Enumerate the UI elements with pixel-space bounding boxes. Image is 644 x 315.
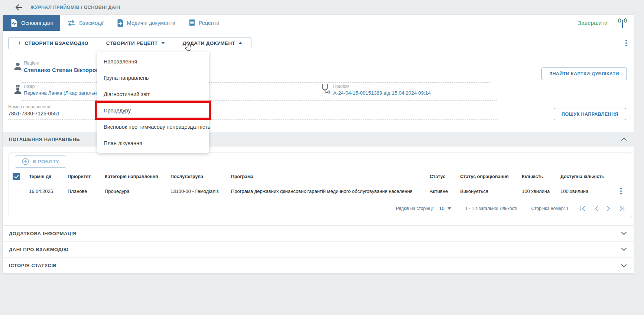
toolbar-row: + СТВОРИТИ ВЗАЄМОДІЮ СТВОРИТИ РЕЦЕПТ ДОД… — [3, 31, 634, 55]
section-title: ІСТОРІЯ СТАТУСІВ — [9, 263, 57, 268]
cell-service: 13100-00 - Гемодіаліз — [170, 188, 231, 194]
app-root: ЖУРНАЛ ПРИЙОМІВ / ОСНОВНІ ДАНІ Основні д… — [0, 0, 644, 315]
chevron-up-icon[interactable] — [621, 137, 627, 141]
cell-term: 16.04.2025 — [29, 188, 68, 194]
breadcrumb-current: ОСНОВНІ ДАНІ — [84, 5, 120, 10]
col-header-priority: Пріоритет — [68, 174, 105, 179]
next-page-icon[interactable] — [606, 206, 611, 211]
referral-number-label: Номер направлення — [8, 104, 60, 109]
breadcrumb-link-journal[interactable]: ЖУРНАЛ ПРИЙОМІВ — [30, 5, 79, 10]
patient-field: Пацієнт Степанко Степан Вікторович — [24, 60, 106, 73]
previous-page-icon[interactable] — [594, 206, 598, 211]
swap-arrows-icon — [67, 20, 76, 26]
dropdown-item-treatment-plan[interactable]: План лікування — [97, 135, 209, 151]
tab-interactions[interactable]: Взаємодії — [60, 15, 110, 31]
create-interaction-label: СТВОРИТИ ВЗАЄМОДІЮ — [25, 40, 88, 46]
arrow-left-icon — [14, 3, 23, 12]
divider — [22, 100, 497, 101]
referral-number-field: Номер направлення 7851-7330-7126-0551 — [8, 104, 60, 117]
chevron-down-icon[interactable] — [621, 264, 627, 268]
pagination-bar: Рядків на сторінці: 10 1 - 1 з загальної… — [9, 199, 632, 217]
page-gutter — [634, 0, 644, 315]
cell-category: Процедура — [105, 188, 170, 194]
col-header-term: Термін дії — [29, 174, 68, 179]
arrow-right-circle-icon — [22, 158, 29, 165]
finish-button[interactable]: Завершити — [578, 15, 608, 31]
table-header-row: Термін дії Пріоритет Категорія направлен… — [9, 170, 632, 183]
collapsed-sections: ДОДАТКОВА ІНФОРМАЦІЯ ДАНІ ПРО ВЗАЄМОДІЮ … — [3, 225, 634, 273]
stethoscope-icon — [321, 84, 331, 96]
dropdown-item-incapacity-conclusion[interactable]: Висновок про тимчасову непрацездатність — [97, 119, 209, 135]
col-header-category: Категорія направлення — [105, 174, 170, 179]
section-title: ДАНІ ПРО ВЗАЄМОДІЮ — [9, 247, 69, 252]
plus-icon: + — [17, 39, 21, 47]
finish-label: Завершити — [578, 20, 608, 26]
add-document-dropdown: Направлення Група направлень Діагностичн… — [97, 52, 209, 153]
divider — [8, 119, 498, 120]
to-work-label: В РОБОТУ — [33, 159, 59, 164]
doctor-label: Лікар — [24, 84, 105, 89]
create-recipe-label: СТВОРИТИ РЕЦЕПТ — [106, 40, 158, 46]
col-header-quantity: Кількість — [522, 174, 560, 179]
tabbar-spacer — [226, 15, 578, 31]
visit-value-link[interactable]: А-24-04-15-09151389 від 15.04.2024 09:14 — [333, 90, 431, 96]
section-additional-info[interactable]: ДОДАТКОВА ІНФОРМАЦІЯ — [3, 226, 634, 242]
dropdown-item-referral-group[interactable]: Група направлень — [97, 70, 209, 86]
col-header-program: Програма — [231, 174, 430, 179]
breadcrumb: ЖУРНАЛ ПРИЙОМІВ / ОСНОВНІ ДАНІ — [30, 5, 120, 10]
pagination-controls — [580, 206, 625, 211]
chevron-up-icon — [238, 42, 242, 44]
section-status-history[interactable]: ІСТОРІЯ СТАТУСІВ — [3, 257, 634, 273]
cell-priority: Планове — [68, 188, 105, 194]
divider — [22, 82, 490, 83]
create-recipe-button[interactable]: СТВОРИТИ РЕЦЕПТ — [97, 37, 174, 49]
tab-medical-documents[interactable]: Медичні документи — [110, 15, 182, 31]
breadcrumb-separator: / — [79, 5, 84, 10]
create-interaction-button[interactable]: + СТВОРИТИ ВЗАЄМОДІЮ — [9, 37, 97, 49]
breadcrumb-bar: ЖУРНАЛ ПРИЙОМІВ / ОСНОВНІ ДАНІ — [0, 0, 644, 15]
section-title: ПОГАШЕННЯ НАПРАВЛЕНЬ — [9, 137, 80, 142]
cell-processing-status: Виконується — [460, 188, 522, 194]
tab-main-data[interactable]: Основні дані — [3, 15, 60, 31]
rows-per-page-value[interactable]: 10 — [439, 206, 444, 211]
doctor-value-link[interactable]: Первинна Ланка (Лікар загальної п — [24, 90, 105, 96]
referrals-table-card: В РОБОТУ Термін дії Пріоритет Категорія … — [9, 152, 632, 218]
col-header-processing-status: Статус опрацювання — [460, 174, 522, 179]
chevron-down-icon[interactable] — [621, 247, 627, 251]
toolbar-kebab-menu[interactable] — [623, 37, 629, 49]
row-kebab-menu[interactable] — [618, 186, 624, 196]
tab-label: Основні дані — [21, 20, 53, 26]
tab-bar: Основні дані Взаємодії Медичні документи — [3, 15, 634, 31]
tab-label: Медичні документи — [127, 20, 175, 26]
dropdown-item-procedure[interactable]: Процедуру — [97, 102, 209, 119]
dropdown-item-referral[interactable]: Направлення — [97, 53, 209, 70]
cell-status: Активне — [430, 188, 460, 194]
to-work-button[interactable]: В РОБОТУ — [15, 155, 66, 168]
rows-per-page-label: Рядків на сторінці: — [396, 206, 434, 211]
first-page-icon[interactable] — [580, 206, 586, 211]
doctor-field: Лікар Первинна Ланка (Лікар загальної п — [24, 84, 105, 96]
table-row: 16.04.2025 Планове Процедура 13100-00 - … — [9, 183, 632, 199]
dropdown-item-diagnostic-report[interactable]: Діагностичний звіт — [97, 86, 209, 102]
visit-label: Прийом — [333, 84, 431, 89]
col-header-available-quantity: Доступна кількість — [560, 174, 616, 179]
select-all-checkbox[interactable] — [13, 173, 20, 180]
patient-name-link[interactable]: Степанко Степан Вікторович — [24, 67, 106, 73]
patient-label: Пацієнт — [24, 60, 106, 66]
cell-program: Програма державних фінансових гарантій м… — [231, 188, 430, 194]
last-page-icon[interactable] — [619, 206, 625, 211]
pagination-page-label: Сторінка номер: 1 — [531, 206, 569, 211]
tab-recipes[interactable]: Рецепти — [182, 15, 226, 31]
search-referral-button[interactable]: ПОШУК НАПРАВЛЕННЯ — [554, 108, 626, 120]
find-duplicate-cards-button[interactable]: ЗНАЙТИ КАРТКИ-ДУБЛІКАТИ — [541, 68, 627, 80]
section-interaction-data[interactable]: ДАНІ ПРО ВЗАЄМОДІЮ — [3, 242, 634, 257]
referrals-table-panel: В РОБОТУ Термін дії Пріоритет Категорія … — [3, 147, 634, 225]
add-document-button[interactable]: ДОДАТИ ДОКУМЕНТ — [174, 37, 251, 49]
receipt-icon — [189, 19, 195, 27]
antenna-icon — [617, 17, 628, 29]
rows-per-page-caret-icon[interactable] — [448, 207, 451, 210]
add-document-label: ДОДАТИ ДОКУМЕНТ — [183, 40, 235, 46]
back-button[interactable] — [14, 3, 24, 12]
document-pulse-icon — [10, 19, 18, 27]
chevron-down-icon[interactable] — [621, 232, 627, 235]
